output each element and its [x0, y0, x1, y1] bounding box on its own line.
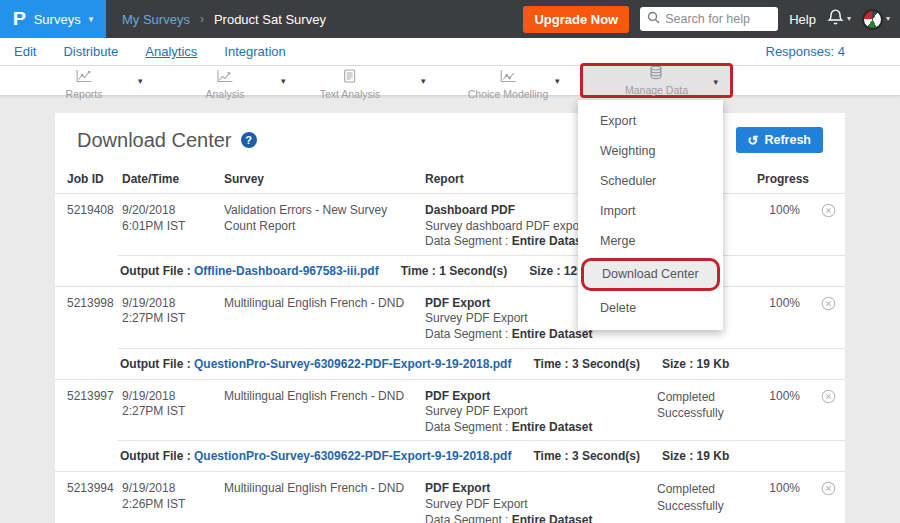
- status-cell: Completed Successfully: [657, 472, 757, 523]
- tool-label: Choice Modelling: [468, 88, 549, 100]
- menu-item-import[interactable]: Import: [578, 196, 723, 226]
- chevron-down-icon: ▾: [89, 15, 94, 24]
- progress-cell: 100%: [757, 472, 812, 523]
- cancel-job-icon[interactable]: [821, 203, 836, 250]
- menu-item-merge[interactable]: Merge: [578, 226, 723, 256]
- database-icon: [648, 65, 664, 84]
- date-cell: 9/19/2018 2:27PM IST: [122, 380, 224, 441]
- data-segment-label: Data Segment :: [425, 420, 508, 434]
- job-id-cell: 5213994: [55, 472, 122, 523]
- survey-nav: Edit Distribute Analytics Integration Re…: [0, 38, 900, 66]
- date-cell: 9/19/2018 2:27PM IST: [122, 287, 224, 348]
- job-size: Size : 19 Kb: [662, 357, 729, 371]
- output-file-link[interactable]: Offline-Dashboard-967583-iii.pdf: [194, 264, 379, 278]
- output-file-row: Output File : QuestionPro-Survey-6309622…: [118, 440, 845, 471]
- product-switcher[interactable]: P Surveys ▾: [0, 0, 106, 38]
- menu-item-delete[interactable]: Delete: [578, 293, 723, 323]
- cancel-job-icon[interactable]: [821, 296, 836, 343]
- data-segment-label: Data Segment :: [425, 327, 508, 341]
- chevron-down-icon[interactable]: ▾: [421, 76, 426, 86]
- header-survey: Survey: [224, 163, 425, 193]
- table-row: 5213994 9/19/2018 2:26PM IST Multilingua…: [55, 472, 845, 523]
- breadcrumb: My Surveys › Product Sat Survey: [122, 12, 326, 27]
- status-cell: Completed Successfully: [657, 380, 757, 441]
- top-bar: P Surveys ▾ My Surveys › Product Sat Sur…: [0, 0, 900, 38]
- manage-data-dropdown: Export Weighting Scheduler Import Merge …: [578, 100, 723, 330]
- help-search-box[interactable]: [640, 7, 778, 31]
- header-progress: Progress: [757, 163, 812, 193]
- table-header-row: Job ID Date/Time Survey Report Progress: [55, 163, 845, 194]
- search-icon: [647, 10, 660, 28]
- help-tooltip-icon[interactable]: ?: [241, 132, 257, 148]
- output-file-label: Output File :: [120, 357, 191, 371]
- output-file-link[interactable]: QuestionPro-Survey-6309622-PDF-Export-9-…: [194, 449, 511, 463]
- job-size: Size : 19 Kb: [662, 449, 729, 463]
- help-link[interactable]: Help: [789, 12, 816, 27]
- chevron-down-icon[interactable]: ▾: [713, 77, 718, 87]
- menu-item-export[interactable]: Export: [578, 106, 723, 136]
- survey-cell: Validation Errors - New Survey Count Rep…: [224, 194, 425, 255]
- search-input[interactable]: [665, 12, 771, 26]
- job-group: 5219408 9/20/2018 6:01PM IST Validation …: [55, 194, 845, 287]
- topbar-actions: Upgrade Now Help ▾ ▾: [523, 6, 900, 33]
- data-segment-label: Data Segment :: [425, 513, 508, 523]
- output-file-link[interactable]: QuestionPro-Survey-6309622-PDF-Export-9-…: [194, 357, 511, 371]
- chevron-down-icon[interactable]: ▾: [555, 76, 560, 86]
- text-document-icon: [343, 69, 357, 87]
- progress-cell: 100%: [757, 194, 812, 255]
- job-id-cell: 5219408: [55, 194, 122, 255]
- nav-links: Edit Distribute Analytics Integration: [14, 44, 286, 59]
- refresh-button[interactable]: ↺ Refresh: [736, 127, 823, 153]
- nav-analytics[interactable]: Analytics: [145, 44, 197, 59]
- tool-reports[interactable]: Reports: [66, 69, 103, 100]
- progress-cell: 100%: [757, 380, 812, 441]
- menu-item-weighting[interactable]: Weighting: [578, 136, 723, 166]
- scatter-chart-icon: [499, 69, 516, 87]
- date-cell: 9/19/2018 2:26PM IST: [122, 472, 224, 523]
- panel-header: Download Center ? ↺ Refresh: [55, 113, 845, 163]
- questionpro-logo: P: [13, 8, 26, 30]
- output-file-row: Output File : Offline-Dashboard-967583-i…: [118, 255, 845, 286]
- nav-distribute[interactable]: Distribute: [63, 44, 118, 59]
- breadcrumb-my-surveys[interactable]: My Surveys: [122, 12, 190, 27]
- report-title: PDF Export: [425, 389, 649, 405]
- notifications-menu[interactable]: ▾: [827, 8, 851, 30]
- output-file-label: Output File :: [120, 264, 191, 278]
- chevron-down-icon: ▾: [847, 15, 851, 23]
- tool-label: Reports: [66, 88, 103, 100]
- line-chart-icon: [75, 69, 92, 87]
- table-row: 5219408 9/20/2018 6:01PM IST Validation …: [55, 194, 845, 255]
- account-menu[interactable]: ▾: [862, 9, 890, 30]
- report-desc: Survey PDF Export: [425, 404, 649, 420]
- menu-item-download-center-highlighted[interactable]: Download Center: [581, 258, 720, 291]
- chevron-down-icon[interactable]: ▾: [138, 76, 143, 86]
- nav-edit[interactable]: Edit: [14, 44, 36, 59]
- tool-analysis[interactable]: Analysis: [205, 69, 244, 100]
- menu-item-scheduler[interactable]: Scheduler: [578, 166, 723, 196]
- table-row: 5213997 9/19/2018 2:27PM IST Multilingua…: [55, 380, 845, 441]
- product-menu-label: Surveys: [34, 12, 81, 27]
- upgrade-now-button[interactable]: Upgrade Now: [523, 6, 629, 33]
- tool-text-analysis[interactable]: Text Analysis: [320, 69, 381, 100]
- chevron-down-icon[interactable]: ▾: [281, 76, 286, 86]
- nav-integration[interactable]: Integration: [224, 44, 285, 59]
- job-id-cell: 5213998: [55, 287, 122, 348]
- cancel-job-icon[interactable]: [821, 481, 836, 523]
- cancel-job-icon[interactable]: [821, 389, 836, 436]
- job-time: Time : 1 Second(s): [401, 264, 507, 278]
- breadcrumb-separator: ›: [200, 12, 204, 26]
- responses-count[interactable]: Responses: 4: [766, 44, 846, 59]
- job-id-cell: 5213997: [55, 380, 122, 441]
- tool-manage-data-highlighted[interactable]: Manage Data ▾: [580, 63, 733, 98]
- download-center-panel: Download Center ? ↺ Refresh Job ID Date/…: [55, 113, 845, 523]
- job-time: Time : 3 Second(s): [533, 357, 639, 371]
- tool-label: Manage Data: [625, 84, 688, 96]
- refresh-label: Refresh: [764, 133, 811, 147]
- tool-label: Analysis: [205, 88, 244, 100]
- tool-choice-modelling[interactable]: Choice Modelling: [468, 69, 549, 100]
- header-date-time: Date/Time: [122, 163, 224, 193]
- trend-chart-icon: [216, 69, 233, 87]
- survey-cell: Multilingual English French - DND: [224, 472, 425, 523]
- jobs-table: Job ID Date/Time Survey Report Progress …: [55, 163, 845, 523]
- data-segment-value: Entire Dataset: [512, 513, 593, 523]
